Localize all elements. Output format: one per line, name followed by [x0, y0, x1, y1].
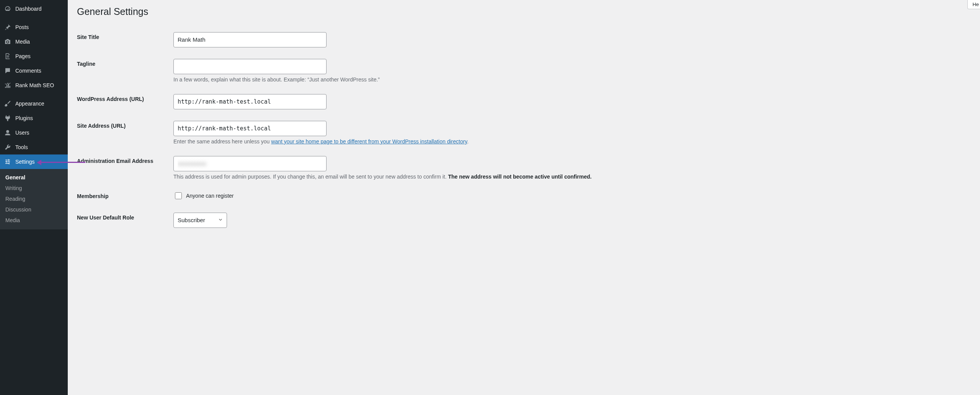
settings-form: Site Title Tagline In a few words, expla… — [77, 26, 971, 234]
sidebar-item-media[interactable]: Media — [0, 34, 68, 49]
submenu-item-general[interactable]: General — [0, 172, 68, 183]
submenu-item-discussion[interactable]: Discussion — [0, 204, 68, 215]
site-url-doc-link[interactable]: want your site home page to be different… — [271, 138, 467, 145]
site-url-description: Enter the same address here unless you w… — [173, 138, 602, 145]
sidebar-item-label: Comments — [15, 68, 41, 74]
help-tab[interactable]: He — [967, 0, 980, 9]
row-membership: Membership Anyone can register — [77, 185, 971, 207]
site-url-input[interactable] — [173, 121, 327, 136]
page-icon — [4, 52, 11, 60]
label-site-title: Site Title — [77, 26, 173, 53]
settings-general-page: He General Settings Site Title Tagline I… — [68, 0, 980, 395]
submenu-item-reading[interactable]: Reading — [0, 193, 68, 204]
admin-email-desc-strong: The new address will not become active u… — [448, 174, 591, 180]
sidebar-item-settings[interactable]: Settings — [0, 154, 68, 169]
sidebar-item-label: Pages — [15, 53, 31, 60]
camera-icon — [4, 38, 11, 46]
wrench-icon — [4, 143, 11, 151]
label-wp-url: WordPress Address (URL) — [77, 88, 173, 115]
label-membership: Membership — [77, 185, 173, 207]
label-tagline: Tagline — [77, 53, 173, 88]
membership-checkbox[interactable] — [175, 192, 182, 199]
site-url-desc-text: Enter the same address here unless you — [173, 138, 271, 145]
row-admin-email: Administration Email Address This addres… — [77, 150, 971, 185]
row-tagline: Tagline In a few words, explain what thi… — [77, 53, 971, 88]
membership-checkbox-wrap[interactable]: Anyone can register — [173, 191, 967, 200]
pin-icon — [4, 23, 11, 31]
label-admin-email: Administration Email Address — [77, 150, 173, 185]
sidebar-item-dashboard[interactable]: Dashboard — [0, 2, 68, 16]
label-default-role: New User Default Role — [77, 207, 173, 234]
page-title: General Settings — [77, 6, 971, 17]
user-icon — [4, 129, 11, 137]
sidebar-item-pages[interactable]: Pages — [0, 49, 68, 63]
row-site-url: Site Address (URL) Enter the same addres… — [77, 115, 971, 150]
label-site-url: Site Address (URL) — [77, 115, 173, 150]
sidebar-item-label: Settings — [15, 159, 35, 165]
sidebar-item-label: Posts — [15, 24, 29, 31]
sliders-icon — [4, 158, 11, 166]
row-site-title: Site Title — [77, 26, 971, 53]
sidebar-item-appearance[interactable]: Appearance — [0, 96, 68, 111]
sidebar-item-label: Tools — [15, 144, 28, 151]
sidebar-item-label: Users — [15, 130, 29, 136]
sidebar-item-label: Dashboard — [15, 6, 42, 12]
row-wp-url: WordPress Address (URL) — [77, 88, 971, 115]
sidebar-item-tools[interactable]: Tools — [0, 140, 68, 154]
admin-email-input[interactable] — [173, 156, 327, 171]
row-default-role: New User Default Role Subscriber — [77, 207, 971, 234]
membership-checkbox-label: Anyone can register — [186, 193, 234, 199]
sidebar-item-users[interactable]: Users — [0, 125, 68, 140]
sidebar-item-label: Rank Math SEO — [15, 82, 54, 89]
sidebar-item-label: Media — [15, 39, 30, 45]
default-role-select[interactable]: Subscriber — [173, 213, 227, 228]
wp-url-input[interactable] — [173, 94, 327, 109]
settings-submenu: General Writing Reading Discussion Media — [0, 169, 68, 229]
tagline-description: In a few words, explain what this site i… — [173, 76, 602, 83]
admin-email-description: This address is used for admin purposes.… — [173, 174, 602, 180]
site-title-input[interactable] — [173, 32, 327, 47]
sidebar-item-label: Plugins — [15, 115, 33, 122]
submenu-item-writing[interactable]: Writing — [0, 183, 68, 193]
admin-email-desc-text: This address is used for admin purposes.… — [173, 174, 448, 180]
admin-sidebar: Dashboard Posts Media Pages — [0, 0, 68, 395]
tagline-input[interactable] — [173, 59, 327, 74]
sidebar-item-label: Appearance — [15, 101, 44, 107]
site-url-desc-post: . — [467, 138, 469, 145]
bars-icon — [4, 81, 11, 89]
plug-icon — [4, 114, 11, 122]
sidebar-item-posts[interactable]: Posts — [0, 20, 68, 34]
sidebar-item-comments[interactable]: Comments — [0, 63, 68, 78]
sidebar-item-plugins[interactable]: Plugins — [0, 111, 68, 125]
brush-icon — [4, 100, 11, 107]
sidebar-item-rankmath[interactable]: Rank Math SEO — [0, 78, 68, 93]
submenu-item-media[interactable]: Media — [0, 215, 68, 226]
comment-icon — [4, 67, 11, 75]
gauge-icon — [4, 5, 11, 13]
